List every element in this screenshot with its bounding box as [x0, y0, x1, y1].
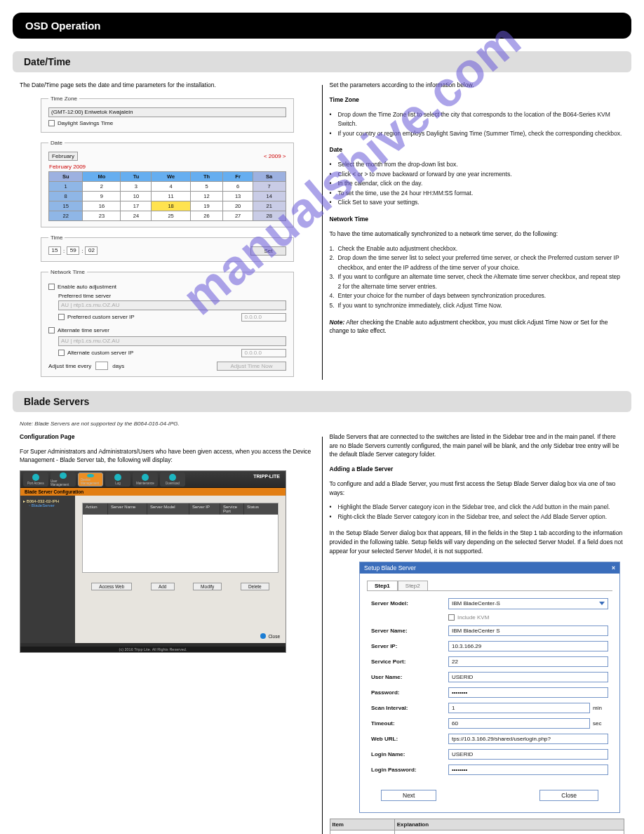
- top-tab[interactable]: Maintenance: [133, 472, 158, 486]
- cal-day[interactable]: 10: [121, 191, 152, 201]
- next-button[interactable]: Next: [381, 790, 436, 801]
- date-bullet: Select the month from the drop-down list…: [338, 160, 625, 170]
- top-tab[interactable]: Download: [160, 472, 185, 486]
- delete-button[interactable]: Delete: [241, 583, 269, 590]
- password-input[interactable]: ••••••••: [448, 687, 608, 698]
- close-button[interactable]: Close: [539, 790, 598, 801]
- cal-day[interactable]: 15: [49, 201, 83, 211]
- alternate-server-checkbox[interactable]: [48, 327, 55, 333]
- tree-root[interactable]: ▸ B064-032-02-IPH: [23, 498, 72, 503]
- brand-logo: TRIPP·LITE: [253, 474, 280, 479]
- cal-day[interactable]: 25: [152, 211, 190, 220]
- alternate-custom-checkbox[interactable]: [58, 350, 65, 356]
- cal-day[interactable]: 26: [190, 211, 222, 220]
- top-tab[interactable]: Log: [105, 472, 130, 486]
- cal-day[interactable]: 22: [49, 211, 83, 220]
- username-input[interactable]: USERID: [448, 672, 608, 682]
- cal-day[interactable]: 4: [152, 181, 190, 191]
- server-name-input[interactable]: IBM BladeCenter S: [448, 626, 608, 636]
- enable-auto-checkbox[interactable]: [48, 284, 55, 290]
- preferred-custom-checkbox[interactable]: [58, 314, 65, 320]
- service-port-input[interactable]: 22: [448, 656, 608, 667]
- server-model-select[interactable]: IBM BladeCenter-S: [448, 598, 608, 609]
- cal-day-today[interactable]: 18: [152, 201, 190, 211]
- add-button[interactable]: Add: [151, 583, 175, 590]
- alternate-custom-ip-input[interactable]: 0.0.0.0: [241, 349, 286, 357]
- networktime-legend: Network Time: [48, 269, 87, 275]
- date-legend: Date: [48, 140, 65, 146]
- server-ip-input[interactable]: 10.3.166.29: [448, 641, 608, 651]
- top-tab[interactable]: User Management: [51, 472, 76, 486]
- cal-day[interactable]: 28: [253, 211, 286, 220]
- adjust-now-button[interactable]: Adjust Time Now: [217, 362, 286, 371]
- cal-day[interactable]: 8: [49, 191, 83, 201]
- cal-day[interactable]: 23: [83, 211, 121, 220]
- cal-day[interactable]: 21: [253, 201, 286, 211]
- cal-day[interactable]: 19: [190, 201, 222, 211]
- add-bullet: Highlight the Blade Server category icon…: [338, 503, 625, 512]
- timeout-input[interactable]: 60: [448, 718, 590, 729]
- dialog-close-icon[interactable]: ×: [612, 564, 615, 571]
- cal-day[interactable]: 2: [83, 181, 121, 191]
- preferred-custom-label: Preferred custom server IP: [67, 314, 135, 320]
- time-fieldset: Time 15: 59: 02 Set: [41, 234, 294, 262]
- include-kvm-checkbox[interactable]: [448, 614, 455, 621]
- note-label: Note:: [330, 319, 345, 326]
- preferred-server-select[interactable]: AU | ntp1.cs.mu.OZ.AU: [58, 300, 286, 310]
- section-datetime-heading: Date/Time: [13, 51, 631, 72]
- cal-day[interactable]: 14: [253, 191, 286, 201]
- modify-button[interactable]: Modify: [193, 583, 222, 590]
- cal-day[interactable]: 11: [152, 191, 190, 201]
- timezone-select[interactable]: (GMT-12:00) Eniwetok Kwajalein: [48, 107, 286, 117]
- scan-unit: min: [593, 703, 608, 713]
- year-nav[interactable]: < 2009 >: [264, 153, 286, 159]
- access-web-button[interactable]: Access Web: [91, 583, 132, 590]
- close-link[interactable]: Close: [260, 633, 280, 639]
- cal-day[interactable]: 3: [121, 181, 152, 191]
- cal-day[interactable]: 1: [49, 181, 83, 191]
- cal-day[interactable]: 9: [83, 191, 121, 201]
- cal-day[interactable]: 5: [190, 181, 222, 191]
- time-hours-input[interactable]: 15: [48, 246, 61, 255]
- scan-interval-input[interactable]: 1: [448, 703, 590, 713]
- cal-day[interactable]: 13: [223, 191, 253, 201]
- loginname-label: Login Name:: [371, 751, 448, 757]
- dst-checkbox[interactable]: [48, 120, 55, 126]
- cal-day[interactable]: 17: [121, 201, 152, 211]
- set-button[interactable]: Set: [250, 246, 286, 256]
- adjust-days-input[interactable]: [95, 362, 108, 370]
- month-select[interactable]: February: [48, 152, 78, 161]
- tab-step1[interactable]: Step1: [367, 581, 398, 590]
- cal-day[interactable]: 16: [83, 201, 121, 211]
- chevron-down-icon: [599, 602, 605, 605]
- preferred-server-label: Preferred time server: [58, 293, 286, 299]
- time-seconds-input[interactable]: 02: [85, 246, 98, 255]
- preferred-custom-ip-input[interactable]: 0.0.0.0: [241, 313, 286, 322]
- cal-day[interactable]: 20: [223, 201, 253, 211]
- tz-bullet: Drop down the Time Zone list to select t…: [338, 110, 625, 129]
- tab-step2[interactable]: Step2: [398, 581, 428, 590]
- top-tab[interactable]: Port Access: [23, 472, 48, 486]
- date-fieldset: Date February < 2009 > February 2009 Su …: [41, 140, 294, 227]
- col-action: Action: [83, 503, 108, 515]
- day-head: Th: [190, 171, 222, 181]
- cal-day[interactable]: 27: [223, 211, 253, 220]
- cal-day[interactable]: 24: [121, 211, 152, 220]
- cal-day[interactable]: 7: [253, 181, 286, 191]
- loginname-input[interactable]: USERID: [448, 749, 608, 760]
- sidebar-tree[interactable]: ▸ B064-032-02-IPH ◦ BladeServer: [20, 496, 75, 643]
- timezone-title: Time Zone: [330, 95, 625, 105]
- cal-day[interactable]: 12: [190, 191, 222, 201]
- cal-day[interactable]: 6: [223, 181, 253, 191]
- date-bullet: To set the time, use the 24 hour HH:MM:S…: [338, 189, 625, 199]
- time-minutes-input[interactable]: 59: [67, 246, 79, 255]
- col-ip: Server IP: [189, 503, 220, 515]
- dialog-title: Setup Blade Server: [364, 564, 416, 571]
- net-step: Drop down the time server list to select…: [338, 253, 625, 272]
- col-port: Service Port: [220, 503, 244, 515]
- top-tab-selected[interactable]: Device Management: [78, 472, 103, 486]
- tree-leaf[interactable]: ◦ BladeServer: [29, 503, 72, 508]
- loginpw-input[interactable]: ••••••••: [448, 764, 608, 775]
- alternate-server-select[interactable]: AU | ntp1.cs.mu.OZ.AU: [58, 336, 286, 346]
- weburl-input[interactable]: tps://10.3.166.29/shared/userlogin.php?: [448, 734, 608, 744]
